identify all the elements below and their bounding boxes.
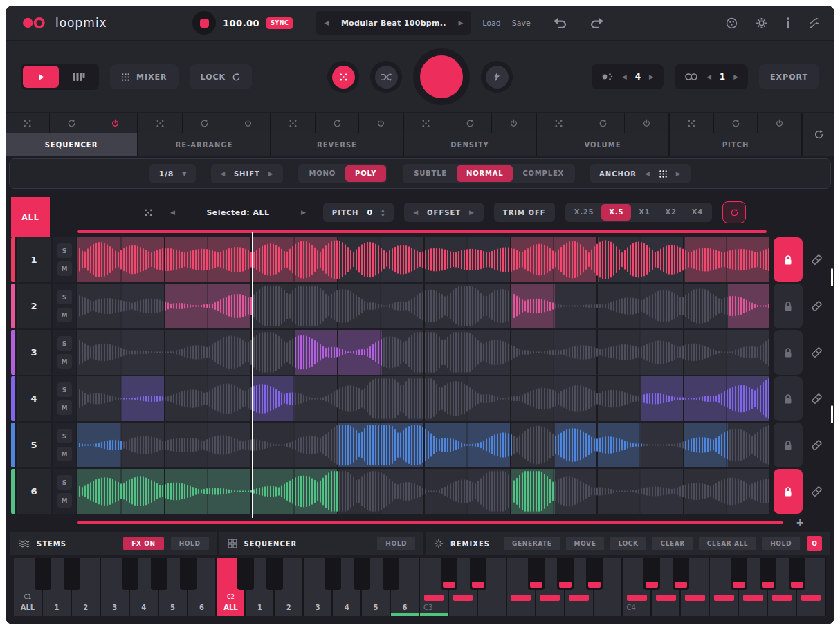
solo-button[interactable]: S	[57, 429, 72, 443]
piano-key-black[interactable]	[151, 558, 167, 590]
lane-power-icon[interactable]	[226, 113, 270, 133]
add-track-button[interactable]: +	[796, 517, 804, 527]
load-button[interactable]: Load	[482, 19, 500, 28]
mute-button[interactable]: M	[57, 354, 72, 369]
scroll-indicator[interactable]	[831, 405, 833, 423]
undo-button[interactable]	[551, 17, 568, 28]
selected-next-button[interactable]: ▶	[301, 210, 306, 216]
stems-hold-button[interactable]: HOLD	[171, 537, 209, 550]
tab-volume[interactable]: VOLUME	[537, 133, 668, 156]
tab-sequencer[interactable]: SEQUENCER	[6, 133, 137, 156]
track-number[interactable]: 4	[17, 376, 51, 421]
piano-key-black[interactable]	[528, 558, 545, 590]
track-lock-button[interactable]	[774, 330, 803, 375]
piano-key-black[interactable]	[557, 558, 574, 590]
quantize-button[interactable]: Q	[807, 536, 822, 551]
piano-key-black[interactable]	[35, 558, 51, 590]
randomize-small-button[interactable]	[327, 61, 359, 93]
scroll-indicator[interactable]	[831, 268, 833, 286]
lane-randomize-icon[interactable]	[537, 113, 581, 133]
piano-key-black[interactable]	[731, 558, 747, 590]
remix-lock-button[interactable]: LOCK	[610, 537, 646, 550]
speed-x4-option[interactable]: X4	[684, 204, 711, 221]
lane-randomize-icon[interactable]	[271, 113, 315, 133]
randomize-selection-icon[interactable]	[144, 208, 153, 217]
piano-key-black[interactable]	[789, 558, 805, 590]
fx-on-button[interactable]: FX ON	[123, 537, 163, 550]
shift-right-button[interactable]: ▶	[268, 171, 274, 177]
sync-toggle[interactable]: SYNC	[266, 17, 293, 29]
speed-x2-option[interactable]: X2	[657, 204, 684, 221]
loop-next-button[interactable]: ▶	[733, 74, 738, 80]
track-waveform-lane[interactable]	[77, 284, 769, 328]
select-all-cell[interactable]: ALL	[11, 197, 50, 237]
lane-power-icon[interactable]	[492, 113, 536, 133]
piano-view-button[interactable]	[61, 66, 97, 88]
selected-prev-button[interactable]: ◀	[170, 210, 175, 216]
bpm-value[interactable]: 100.00	[223, 18, 259, 28]
track-waveform-lane[interactable]	[77, 237, 769, 282]
lane-randomize-icon[interactable]	[670, 113, 713, 133]
track-erase-button[interactable]	[803, 469, 830, 514]
preset-name[interactable]: Modular Beat 100bpm..	[341, 19, 446, 28]
mute-button[interactable]: M	[57, 493, 72, 508]
play-view-button[interactable]	[23, 66, 59, 88]
remix-hold-button[interactable]: HOLD	[762, 537, 800, 550]
solo-button[interactable]: S	[57, 290, 72, 304]
remix-clear-all-button[interactable]: CLEAR ALL	[699, 537, 756, 550]
randomizer-ball-icon[interactable]	[726, 17, 738, 29]
rate-dropdown[interactable]: 1/8 ▼	[149, 164, 196, 183]
settings-gear-icon[interactable]	[756, 17, 767, 29]
lane-power-icon[interactable]	[359, 113, 403, 133]
piano-key-black[interactable]	[237, 558, 254, 590]
track-number[interactable]: 2	[17, 284, 51, 328]
shift-left-button[interactable]: ◀	[220, 171, 226, 177]
export-button[interactable]: EXPORT	[759, 64, 819, 89]
lane-loop-icon[interactable]	[448, 113, 492, 133]
track-erase-button[interactable]	[803, 376, 830, 421]
speed-x1-option[interactable]: X1	[631, 204, 657, 221]
bottom-range-bar[interactable]	[77, 521, 783, 524]
track-number[interactable]: 6	[17, 469, 51, 514]
track-number[interactable]: 5	[17, 423, 51, 467]
track-erase-button[interactable]	[803, 237, 830, 282]
lane-loop-icon[interactable]	[316, 113, 359, 133]
shuffle-button[interactable]	[370, 61, 402, 93]
piano-key-black[interactable]	[441, 558, 457, 590]
lane-power-icon[interactable]	[625, 113, 668, 133]
track-waveform-lane[interactable]	[77, 423, 769, 467]
track-lock-button[interactable]	[774, 284, 803, 328]
track-lock-button[interactable]	[774, 376, 803, 421]
mixer-button[interactable]: MIXER	[110, 64, 179, 89]
track-waveform-lane[interactable]	[77, 469, 769, 514]
track-number[interactable]: 1	[17, 237, 51, 282]
lane-loop-icon[interactable]	[581, 113, 625, 133]
redo-button[interactable]	[589, 17, 605, 28]
tab-reverse[interactable]: REVERSE	[271, 133, 403, 156]
trigger-button[interactable]	[481, 61, 513, 93]
main-remix-button[interactable]	[413, 48, 470, 105]
mute-button[interactable]: M	[57, 261, 72, 276]
speed-x5-option[interactable]: X.5	[601, 204, 631, 221]
track-waveform-lane[interactable]	[77, 376, 769, 421]
piano-key-black[interactable]	[266, 558, 283, 590]
piano-key-black[interactable]	[673, 558, 689, 590]
info-icon[interactable]	[785, 17, 791, 29]
lane-randomize-icon[interactable]	[404, 113, 448, 133]
piano-key-black[interactable]	[383, 558, 399, 590]
mute-button[interactable]: M	[57, 308, 72, 322]
preset-next-button[interactable]: ▶	[458, 20, 463, 26]
solo-button[interactable]: S	[57, 243, 72, 258]
piano-key-black[interactable]	[643, 558, 660, 590]
lane-loop-icon[interactable]	[714, 113, 758, 133]
lane-loop-icon[interactable]	[183, 113, 226, 133]
mono-option[interactable]: MONO	[300, 165, 346, 182]
normal-option[interactable]: NORMAL	[457, 165, 513, 182]
piano-key-black[interactable]	[354, 558, 370, 590]
lane-randomize-icon[interactable]	[138, 113, 182, 133]
piano-key-black[interactable]	[122, 558, 138, 590]
tab-pitch[interactable]: PITCH	[670, 133, 801, 156]
loop-range-bar[interactable]	[77, 230, 767, 233]
routing-icon[interactable]	[809, 17, 821, 29]
piano-key-black[interactable]	[470, 558, 486, 590]
